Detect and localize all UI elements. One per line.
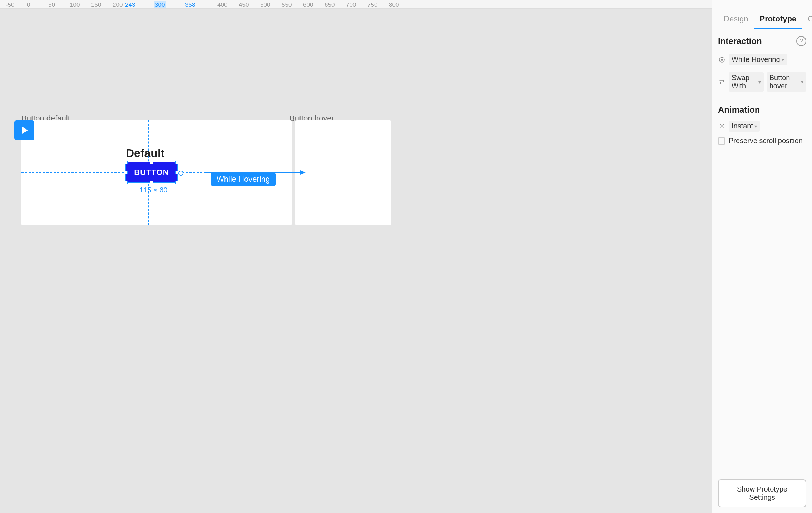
- interaction-title: Interaction: [718, 36, 762, 46]
- button-element[interactable]: BUTTON: [126, 162, 177, 182]
- default-label: Default: [126, 147, 164, 160]
- help-icon[interactable]: ?: [796, 36, 806, 46]
- tab-bar: Design Prototype Code: [712, 9, 812, 29]
- instant-dropdown[interactable]: Instant ▾: [729, 121, 760, 132]
- chevron-down-icon: ▾: [754, 123, 757, 129]
- animation-title: Animation: [718, 105, 760, 115]
- tab-design[interactable]: Design: [718, 9, 754, 29]
- preserve-scroll-row: Preserve scroll position: [718, 137, 806, 145]
- preserve-scroll-label: Preserve scroll position: [729, 137, 803, 145]
- frame-hover: [295, 120, 391, 225]
- panel-content: Interaction ? While Hovering: [712, 29, 812, 474]
- ruler-tick: 600: [303, 1, 313, 9]
- while-hovering-dropdown[interactable]: While Hovering ▾: [729, 54, 787, 65]
- ruler-tick-highlight: 243: [125, 1, 135, 9]
- play-button[interactable]: [14, 120, 34, 140]
- hover-icon: [718, 56, 726, 64]
- svg-point-2: [721, 59, 723, 61]
- animation-section: Animation Instant ▾: [718, 105, 806, 145]
- ruler-tick: 500: [260, 1, 270, 9]
- ruler-tick: 100: [70, 1, 80, 9]
- show-prototype-settings-button[interactable]: Show Prototype Settings: [718, 479, 806, 507]
- ruler-tick: -50: [6, 1, 15, 9]
- instant-label: Instant: [732, 122, 753, 130]
- ruler-tick: 400: [217, 1, 227, 9]
- canvas: Button default Button hover Default BUTT…: [0, 9, 712, 513]
- while-hovering-canvas-label: While Hovering: [211, 172, 276, 186]
- ruler-tick: 700: [346, 1, 356, 9]
- ruler: -50 0 50 100 150 200 243 300 358 400 450…: [0, 0, 712, 9]
- chevron-down-icon: ▾: [801, 79, 803, 85]
- connector-handle[interactable]: [178, 171, 183, 176]
- dimension-label: 115 × 60: [139, 186, 167, 194]
- tab-code[interactable]: Code: [802, 9, 812, 29]
- ruler-tick: 150: [91, 1, 101, 9]
- swap-with-row: Swap With ▾ Button hover ▾: [718, 72, 806, 92]
- button-hover-dropdown[interactable]: Button hover ▾: [767, 72, 806, 92]
- ruler-tick: 200: [113, 1, 123, 9]
- ruler-tick-highlight: 358: [185, 1, 195, 9]
- interaction-section-header: Interaction ?: [718, 36, 806, 46]
- ruler-tick: 750: [367, 1, 377, 9]
- ruler-tick: 0: [27, 1, 30, 9]
- ruler-tick: 450: [239, 1, 249, 9]
- swap-with-label: Swap With: [732, 74, 757, 90]
- button-hover-label: Button hover: [769, 74, 799, 90]
- tab-prototype[interactable]: Prototype: [754, 9, 802, 29]
- chevron-down-icon: ▾: [758, 79, 761, 85]
- button-text: BUTTON: [134, 168, 169, 177]
- ruler-tick: 800: [389, 1, 399, 9]
- instant-row: Instant ▾: [718, 121, 806, 132]
- swap-icon: [718, 78, 726, 86]
- instant-icon: [718, 122, 726, 130]
- chevron-down-icon: ▾: [782, 57, 784, 63]
- while-hovering-row: While Hovering ▾: [718, 52, 806, 67]
- swap-with-dropdown[interactable]: Swap With ▾: [729, 72, 764, 92]
- ruler-tick: 50: [48, 1, 55, 9]
- right-panel: Design Prototype Code Interaction ?: [712, 9, 812, 513]
- while-hovering-label: While Hovering: [732, 55, 780, 64]
- animation-section-header: Animation: [718, 105, 806, 115]
- ruler-tick-highlight: 300: [154, 1, 166, 9]
- preserve-scroll-checkbox[interactable]: [718, 137, 725, 145]
- ruler-tick: 650: [325, 1, 335, 9]
- ruler-tick: 550: [282, 1, 292, 9]
- divider: [718, 99, 806, 99]
